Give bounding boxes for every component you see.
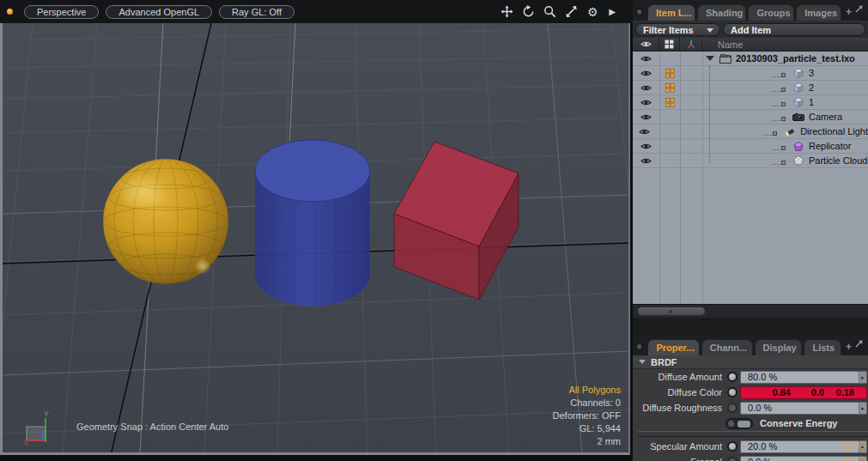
channel-toggle[interactable]: [727, 403, 737, 413]
channel-toggle[interactable]: [727, 441, 737, 452]
tab-item-list[interactable]: Item L...: [647, 4, 695, 21]
cylinder-object[interactable]: [255, 140, 370, 306]
panel-menu-icon[interactable]: [636, 343, 643, 351]
particle-cloud-icon: [792, 155, 804, 167]
disclosure-triangle-icon[interactable]: [706, 56, 714, 61]
field-label: Diffuse Color: [633, 387, 725, 397]
channels-status: Channels: 0: [553, 397, 621, 409]
list-item-directional-light[interactable]: Directional Light: [633, 124, 868, 139]
eye-icon: [639, 128, 650, 136]
item-list-header: Name: [633, 38, 868, 52]
diffuse-amount-input[interactable]: 80.0 % ▸: [740, 371, 867, 384]
chevron-down-icon: [707, 28, 713, 33]
gear-icon[interactable]: ⚙: [586, 5, 599, 19]
visibility-toggle[interactable]: [633, 81, 659, 95]
conserve-energy-toggle[interactable]: [725, 418, 753, 429]
visibility-toggle[interactable]: [633, 124, 656, 139]
visibility-toggle[interactable]: [633, 139, 659, 154]
list-item-scene[interactable]: 20130903_particle_test.lxo: [633, 52, 868, 66]
field-value: 80.0 %: [748, 372, 777, 382]
section-divider: [638, 431, 868, 437]
cube-object[interactable]: [394, 142, 519, 300]
viewport-menu-dot-icon[interactable]: [7, 9, 13, 15]
zoom-icon[interactable]: [543, 5, 556, 19]
brdf-section-header[interactable]: BRDF: [633, 355, 868, 369]
tab-lists[interactable]: Lists: [804, 339, 841, 355]
add-tab-button[interactable]: +: [846, 6, 852, 18]
channel-toggle[interactable]: [727, 372, 737, 382]
tab-properties[interactable]: Proper...: [647, 339, 699, 355]
list-item-mesh-2[interactable]: 2: [633, 81, 868, 95]
viewport-more-icon[interactable]: ▶: [609, 7, 616, 16]
render-toggle[interactable]: [659, 66, 680, 81]
item-list: 20130903_particle_test.lxo 3: [633, 52, 868, 304]
visibility-toggle[interactable]: [633, 154, 659, 168]
eye-icon: [640, 113, 652, 121]
3d-viewport[interactable]: Y X Geometry Snap : Action Center Auto A…: [0, 0, 633, 461]
field-label: Conserve Energy: [760, 418, 837, 428]
axis-column-header[interactable]: [680, 38, 702, 52]
tab-groups[interactable]: Groups: [748, 4, 794, 21]
channel-toggle[interactable]: [727, 457, 737, 461]
advanced-opengl-button[interactable]: Advanced OpenGL: [106, 5, 212, 19]
diffuse-roughness-row: Diffuse Roughness 0.0 % ▸: [633, 400, 868, 416]
render-toggle[interactable]: [659, 81, 680, 95]
viewport-canvas[interactable]: Y X Geometry Snap : Action Center Auto A…: [0, 23, 630, 455]
section-title: BRDF: [651, 357, 677, 367]
visibility-toggle[interactable]: [633, 110, 659, 124]
tab-display[interactable]: Display: [755, 339, 803, 355]
add-tab-button[interactable]: +: [846, 341, 852, 353]
scrollbar-thumb[interactable]: [637, 306, 706, 316]
rotate-icon[interactable]: [521, 5, 535, 19]
add-item-button[interactable]: Add Item: [723, 23, 865, 36]
visibility-toggle[interactable]: [633, 66, 659, 81]
tab-channels[interactable]: Chann...: [701, 339, 753, 355]
deformers-status: Deformers: OFF: [553, 409, 621, 422]
tab-images[interactable]: Images: [796, 4, 841, 21]
list-item-mesh-1[interactable]: 1: [633, 95, 868, 110]
item-label: 20130903_particle_test.lxo: [736, 53, 855, 64]
sphere-object[interactable]: [103, 159, 228, 284]
visibility-toggle[interactable]: [633, 52, 659, 66]
channel-indicator-icon: [858, 441, 866, 450]
eye-icon: [640, 70, 652, 77]
properties-tabbar: Proper... Chann... Display Lists +: [633, 335, 868, 355]
list-item-replicator[interactable]: Replicator: [633, 139, 868, 154]
panel-expand-icon[interactable]: [854, 2, 866, 17]
specular-amount-row: Specular Amount 20.0 % ▸: [633, 439, 868, 454]
diffuse-color-input[interactable]: 0.84 0.0 0.18: [740, 386, 867, 399]
pan-icon[interactable]: [500, 5, 513, 19]
visibility-toggle[interactable]: [633, 95, 659, 110]
filter-items-dropdown[interactable]: Filter Items: [635, 23, 720, 36]
geometry-snap-status: Geometry Snap : Action Center Auto: [76, 422, 228, 432]
color-r-value: 0.84: [748, 387, 791, 398]
item-label: Directional Light: [800, 126, 868, 136]
visibility-column-header[interactable]: [633, 38, 659, 52]
channel-toggle[interactable]: [727, 387, 737, 397]
properties-form: BRDF Diffuse Amount 80.0 % ▸ Diffuse Col…: [633, 355, 868, 461]
ray-gl-button[interactable]: Ray GL: Off: [219, 5, 294, 19]
diffuse-roughness-input[interactable]: 0.0 % ▸: [740, 402, 867, 415]
perspective-button[interactable]: Perspective: [24, 5, 99, 19]
panel-expand-icon[interactable]: [854, 337, 866, 352]
render-column-header[interactable]: [659, 38, 680, 52]
item-label: Camera: [809, 112, 842, 122]
list-item-mesh-3[interactable]: 3: [633, 66, 868, 81]
axis-gizmo[interactable]: Y X: [23, 409, 58, 447]
eye-icon: [640, 40, 652, 48]
filter-items-label: Filter Items: [643, 25, 694, 35]
mini-slider-icon[interactable]: ▸: [859, 403, 866, 414]
render-toggle[interactable]: [659, 95, 680, 110]
viewport-toolbar: Perspective Advanced OpenGL Ray GL: Off …: [0, 0, 633, 23]
list-item-particle-cloud[interactable]: Particle Cloud: [633, 154, 868, 168]
maximize-icon[interactable]: [564, 5, 578, 19]
mini-slider-icon[interactable]: ▸: [859, 372, 866, 383]
panel-menu-icon[interactable]: [636, 9, 643, 16]
render-squares-icon: [665, 69, 675, 78]
render-squares-icon: [665, 98, 675, 107]
mesh-cube-icon: [792, 67, 804, 79]
item-list-hscrollbar[interactable]: [633, 304, 868, 318]
list-item-camera[interactable]: Camera: [633, 110, 868, 124]
tab-shading[interactable]: Shading: [697, 4, 746, 21]
camera-icon: [792, 111, 804, 123]
